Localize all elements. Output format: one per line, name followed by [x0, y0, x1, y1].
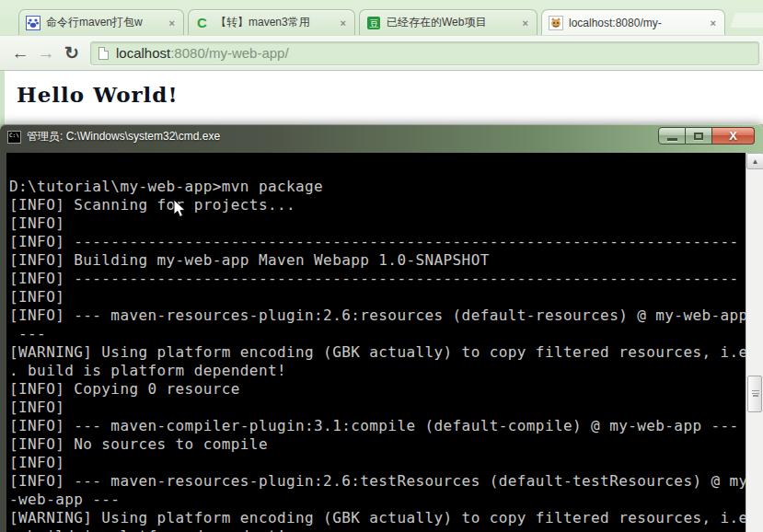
cmd-window: C:\ 管理员: C:\Windows\system32\cmd.exe X D…: [0, 124, 763, 532]
close-icon: X: [729, 129, 737, 143]
console-line: [INFO]: [9, 399, 746, 417]
console-line: ---: [9, 325, 746, 343]
close-icon[interactable]: ×: [339, 17, 348, 29]
close-icon[interactable]: ×: [709, 17, 718, 29]
close-icon[interactable]: ×: [521, 17, 530, 29]
reload-icon[interactable]: ↻: [59, 42, 85, 64]
mouse-cursor-icon: [173, 199, 187, 219]
tab-title: localhost:8080/my-: [569, 17, 704, 29]
console-scrollbar[interactable]: ▲: [746, 153, 763, 532]
console-line: -web-app ---: [9, 491, 746, 509]
cmd-titlebar[interactable]: C:\ 管理员: C:\Windows\system32\cmd.exe: [0, 124, 763, 149]
console-line: [INFO] No sources to compile: [9, 435, 746, 454]
console-line: [INFO] Scanning for projects...: [9, 196, 746, 214]
tab-bar: 命令行maven打包w × C 【转】maven3常用 × 豆 已经存在的Web…: [0, 0, 763, 35]
console-line: [WARNING] Using platform encoding (GBK a…: [9, 343, 746, 362]
web-page-content: Hello World!: [0, 71, 763, 124]
console-line: [INFO] Copying 0 resource: [9, 380, 746, 399]
browser-toolbar: ← → ↻ localhost:8080/my-web-app/: [0, 35, 763, 71]
page-icon: [98, 47, 109, 60]
tab-title: 已经存在的Web项目: [387, 15, 516, 30]
page-heading: Hello World!: [17, 82, 763, 107]
console-line: [INFO] Building my-web-app Maven Webapp …: [9, 251, 746, 270]
tab-title: 命令行maven打包w: [46, 15, 163, 30]
tomcat-icon: [549, 16, 563, 30]
maximize-button[interactable]: [686, 127, 712, 145]
console-line: [INFO] --- maven-compiler-plugin:3.1:com…: [9, 417, 746, 435]
tab-title: 【转】maven3常用: [215, 15, 334, 30]
url-path: :8080/my-web-app/: [170, 45, 288, 61]
close-button[interactable]: X: [712, 127, 755, 145]
console-line: [INFO] --- maven-resources-plugin:2.6:te…: [9, 472, 746, 491]
console-line: [INFO] --- maven-resources-plugin:2.6:re…: [9, 306, 746, 325]
back-icon[interactable]: ←: [7, 43, 33, 64]
address-bar[interactable]: localhost:8080/my-web-app/: [90, 41, 759, 65]
minimize-icon: [667, 138, 677, 141]
console-line: . build is platform dependent!: [9, 362, 746, 380]
console-line: [INFO] ---------------------------------…: [9, 270, 746, 288]
console-line: [WARNING] Using platform encoding (GBK a…: [9, 509, 746, 527]
minimize-button[interactable]: [658, 127, 686, 145]
console-line: [INFO] ---------------------------------…: [9, 233, 746, 251]
tab-localhost[interactable]: localhost:8080/my- ×: [541, 9, 725, 35]
forward-icon[interactable]: →: [33, 43, 59, 64]
browser-window: 命令行maven打包w × C 【转】maven3常用 × 豆 已经存在的Web…: [0, 0, 763, 124]
console-line: [INFO]: [9, 454, 746, 472]
close-icon[interactable]: ×: [168, 17, 177, 29]
console-line: [INFO]: [9, 288, 746, 306]
maximize-icon: [694, 133, 703, 140]
cmd-window-title: 管理员: C:\Windows\system32\cmd.exe: [27, 129, 220, 145]
csdn-c-icon: C: [195, 16, 210, 30]
tab-existing-web-project[interactable]: 豆 已经存在的Web项目 ×: [359, 9, 538, 35]
baidu-paw-icon: [26, 16, 40, 30]
console-line: D:\tutorial\my-web-app>mvn package: [9, 178, 746, 196]
console-line: . build is platform dependent!: [9, 527, 746, 532]
console-line: [INFO]: [9, 214, 746, 233]
svg-text:豆: 豆: [370, 18, 379, 29]
douban-icon: 豆: [366, 16, 381, 30]
svg-text:C: C: [197, 16, 207, 30]
console-output[interactable]: D:\tutorial\my-web-app>mvn package [INFO…: [6, 153, 746, 532]
cmd-icon: C:\: [7, 131, 21, 144]
url-text: localhost:8080/my-web-app/: [116, 45, 289, 61]
scroll-up-icon[interactable]: ▲: [746, 153, 763, 169]
tab-maven3-commands[interactable]: C 【转】maven3常用 ×: [188, 9, 355, 35]
scrollbar-thumb[interactable]: [747, 376, 762, 412]
new-tab-button[interactable]: [730, 13, 763, 28]
window-controls: X: [658, 127, 755, 145]
tab-maven-package-article[interactable]: 命令行maven打包w ×: [18, 9, 184, 35]
url-host: localhost: [116, 45, 170, 61]
